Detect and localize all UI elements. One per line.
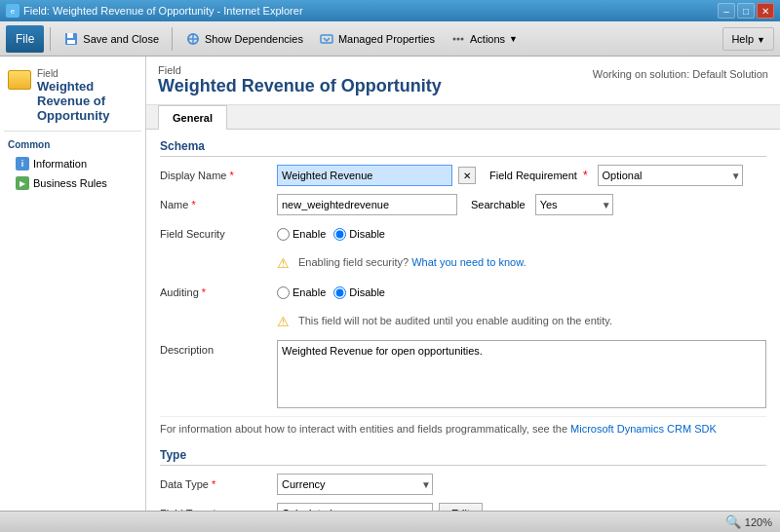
description-row: Description Weighted Revenue for open op… [160, 340, 766, 408]
save-icon [63, 31, 79, 47]
show-dependencies-label: Show Dependencies [205, 33, 303, 45]
tab-general[interactable]: General [158, 105, 227, 130]
info-bar-link[interactable]: Microsoft Dynamics CRM SDK [570, 423, 717, 435]
svg-rect-1 [67, 33, 73, 38]
field-security-disable-option[interactable]: Disable [333, 228, 385, 241]
window-title: Field: Weighted Revenue of Opportunity -… [23, 5, 303, 17]
field-security-warning-text: Enabling field security? What you need t… [298, 256, 526, 268]
save-close-button[interactable]: Save and Close [57, 25, 166, 53]
content-area: Field Weighted Revenue of Opportunity Wo… [146, 57, 780, 511]
display-name-clear-button[interactable]: ✕ [458, 167, 476, 184]
display-name-row: Display Name * ✕ Field Requirement * Opt… [160, 165, 766, 186]
field-security-warning-row: ⚠ Enabling field security? What you need… [160, 252, 766, 276]
searchable-label: Searchable [471, 199, 526, 210]
close-button[interactable]: ✕ [757, 3, 774, 19]
searchable-select[interactable]: Yes No [535, 194, 613, 215]
page-header: Field Weighted Revenue of Opportunity Wo… [146, 57, 780, 105]
information-icon: i [16, 157, 29, 171]
display-name-required: * [230, 170, 234, 181]
working-on-label: Working on solution: Default Solution [593, 64, 768, 80]
field-requirement-label: Field Requirement [489, 170, 577, 181]
zoom-icon: 🔍 [725, 514, 741, 529]
separator-1 [50, 27, 51, 51]
field-security-disable-radio[interactable] [333, 228, 346, 241]
edit-button[interactable]: Edit [439, 503, 483, 511]
field-type-row: Field Type * Simple Calculated Rollup ▼ … [160, 503, 766, 511]
page-title: Weighted Revenue of Opportunity [158, 76, 442, 96]
data-type-label: Data Type * [160, 478, 277, 490]
auditing-disable-radio[interactable] [333, 286, 346, 299]
field-security-warning-icon: ⚠ [277, 256, 292, 272]
auditing-row: Auditing * Enable Disable [160, 282, 766, 303]
auditing-field: Enable Disable [277, 286, 766, 299]
field-security-enable-option[interactable]: Enable [277, 228, 326, 241]
field-security-warning-link[interactable]: What you need to know. [411, 256, 526, 268]
auditing-warning-row: ⚠ This field will not be audited until y… [160, 311, 766, 334]
restore-button[interactable]: □ [737, 3, 755, 19]
field-type-dropdown-container: Simple Calculated Rollup ▼ [277, 503, 433, 511]
name-row: Name * Searchable Yes No ▼ [160, 194, 766, 215]
sidebar-entity-name: Weighted Revenue of Opportunity [37, 79, 137, 123]
actions-dropdown-arrow: ▼ [509, 34, 518, 44]
auditing-label: Auditing * [160, 286, 277, 298]
sidebar-title-group: Field Weighted Revenue of Opportunity [37, 68, 137, 123]
toolbar: File Save and Close Show Dependencies Ma… [0, 21, 780, 57]
field-security-enable-radio[interactable] [277, 228, 290, 241]
auditing-disable-option[interactable]: Disable [333, 286, 385, 299]
data-type-dropdown-container: Currency Decimal Number Floating Point N… [277, 474, 433, 495]
field-security-enable-label: Enable [292, 228, 326, 240]
help-button[interactable]: Help ▼ [722, 27, 774, 51]
data-type-field: Currency Decimal Number Floating Point N… [277, 474, 766, 495]
actions-icon [450, 31, 466, 47]
field-requirement-dropdown-container: Optional Business Recommended Business R… [598, 165, 743, 186]
field-requirement-select[interactable]: Optional Business Recommended Business R… [598, 165, 743, 186]
name-field: Searchable Yes No ▼ [277, 194, 766, 215]
file-button[interactable]: File [6, 25, 44, 53]
svg-point-9 [460, 37, 463, 40]
sidebar-item-business-rules-label: Business Rules [33, 177, 107, 189]
description-textarea[interactable]: Weighted Revenue for open opportunities. [277, 340, 766, 408]
tab-strip: General [146, 105, 780, 130]
display-name-input[interactable] [277, 165, 452, 186]
sidebar-item-information-label: Information [33, 158, 87, 170]
save-close-label: Save and Close [83, 33, 159, 45]
app-icon: e [6, 4, 20, 18]
help-label: Help [731, 33, 754, 45]
svg-point-7 [452, 37, 455, 40]
sidebar-item-business-rules[interactable]: ▶ Business Rules [4, 173, 141, 193]
zoom-control: 🔍 120% [725, 514, 772, 529]
window-controls: – □ ✕ [718, 3, 774, 19]
display-name-label: Display Name * [160, 170, 277, 181]
data-type-select[interactable]: Currency Decimal Number Floating Point N… [277, 474, 433, 495]
field-type-select[interactable]: Simple Calculated Rollup [277, 503, 433, 511]
sidebar-item-information[interactable]: i Information [4, 154, 141, 173]
dependencies-icon [185, 31, 201, 47]
actions-button[interactable]: Actions ▼ [444, 25, 525, 53]
field-security-row: Field Security Enable Disable [160, 223, 766, 245]
type-section-title: Type [160, 448, 766, 466]
show-dependencies-button[interactable]: Show Dependencies [178, 25, 310, 53]
managed-properties-button[interactable]: Managed Properties [312, 25, 442, 53]
actions-label: Actions [470, 33, 505, 45]
sidebar-header: Field Weighted Revenue of Opportunity [4, 64, 141, 132]
data-type-row: Data Type * Currency Decimal Number Floa… [160, 474, 766, 495]
schema-section-title: Schema [160, 139, 766, 157]
info-bar-text: For information about how to interact wi… [160, 423, 570, 435]
rules-icon: ▶ [16, 176, 29, 190]
sidebar: Field Weighted Revenue of Opportunity Co… [0, 57, 146, 511]
description-label: Description [160, 340, 277, 356]
sidebar-entity-type: Field [37, 68, 137, 79]
auditing-radio-group: Enable Disable [277, 286, 385, 299]
title-bar: e Field: Weighted Revenue of Opportunity… [0, 0, 780, 21]
sidebar-section-label: Common [4, 137, 141, 152]
field-security-field: Enable Disable [277, 228, 766, 241]
description-field: Weighted Revenue for open opportunities. [277, 340, 766, 408]
auditing-enable-radio[interactable] [277, 286, 290, 299]
auditing-enable-option[interactable]: Enable [277, 286, 326, 299]
help-arrow: ▼ [757, 35, 765, 45]
name-input[interactable] [277, 194, 457, 215]
status-bar: 🔍 120% [0, 511, 780, 532]
minimize-button[interactable]: – [718, 3, 735, 19]
toolbar-right: Help ▼ [722, 27, 774, 51]
auditing-enable-label: Enable [292, 286, 326, 298]
